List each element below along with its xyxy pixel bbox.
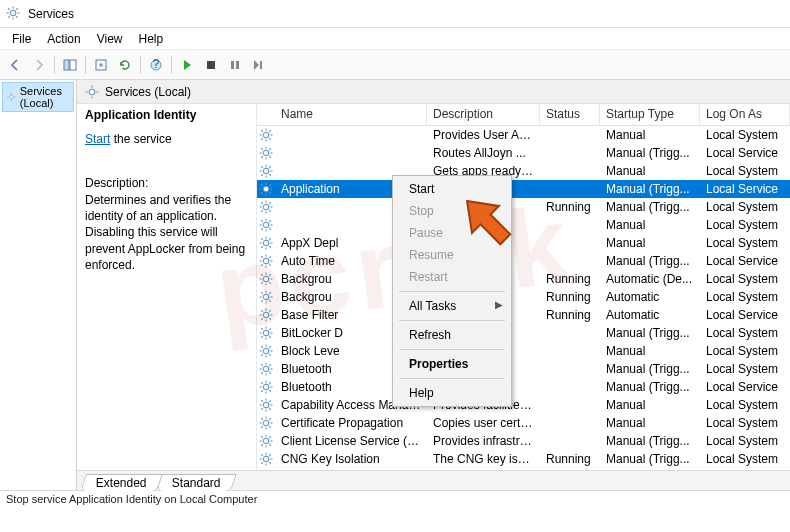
cell-status [540,242,600,244]
stop-service-button[interactable] [200,54,222,76]
svg-line-159 [261,382,263,384]
menu-help[interactable]: Help [131,30,172,48]
context-item-all-tasks[interactable]: All Tasks▶ [395,295,509,317]
svg-line-5 [8,8,10,10]
svg-line-160 [269,390,271,392]
table-row[interactable]: Backgrours files in t...RunningAutomatic… [257,270,790,288]
table-row[interactable]: AppX Deplinfrastru...ManualLocal System [257,234,790,252]
services-icon [7,90,16,104]
nav-services-local[interactable]: Services (Local) [2,82,74,112]
table-row[interactable]: Backgrouws infrastr...RunningAutomaticLo… [257,288,790,306]
service-icon [257,380,275,394]
svg-point-18 [10,95,14,99]
refresh-button[interactable] [114,54,136,76]
cell-name: CNG Key Isolation [275,451,427,467]
svg-line-90 [261,246,263,248]
table-row[interactable]: Routes AllJoyn ...Manual (Trigg...Local … [257,144,790,162]
svg-line-144 [261,354,263,356]
svg-line-188 [269,436,271,438]
table-row[interactable]: CNG Key IsolationThe CNG key isol...Runn… [257,450,790,468]
svg-point-163 [263,402,269,408]
help-button[interactable]: ? [145,54,167,76]
svg-line-135 [261,336,263,338]
svg-point-82 [263,240,269,246]
forward-button[interactable] [28,54,50,76]
table-row[interactable]: tes the ru...RunningManual (Trigg...Loca… [257,198,790,216]
table-row[interactable]: Provides User Acc...ManualLocal System [257,126,790,144]
svg-line-170 [269,400,271,402]
menu-file[interactable]: File [4,30,39,48]
svg-point-118 [263,312,269,318]
svg-line-196 [269,462,271,464]
cell-logon: Local System [700,415,790,431]
cell-status: Running [540,451,600,467]
col-logon[interactable]: Log On As [700,104,790,125]
cell-startup: Manual (Trigg... [600,451,700,467]
back-button[interactable] [4,54,26,76]
col-startup[interactable]: Startup Type [600,104,700,125]
svg-line-33 [261,130,263,132]
svg-line-107 [269,274,271,276]
menu-view[interactable]: View [89,30,131,48]
show-hide-tree-button[interactable] [59,54,81,76]
table-row[interactable]: Capability Access Manager S...Provides f… [257,396,790,414]
cell-status [540,386,600,388]
table-row[interactable]: Certificate PropagationCopies user certi… [257,414,790,432]
svg-line-178 [269,426,271,428]
table-row[interactable]: Gets apps ready f...ManualLocal System [257,162,790,180]
table-row[interactable]: Client License Service (ClipSV...Provide… [257,432,790,450]
table-row[interactable]: Bluetooths wireless ...Manual (Trigg...L… [257,360,790,378]
table-row[interactable]: Base Filterse Filterin...RunningAutomati… [257,306,790,324]
cell-status [540,224,600,226]
export-button[interactable] [90,54,112,76]
cell-startup: Manual [600,397,700,413]
cell-startup: Automatic [600,289,700,305]
service-icon [257,128,275,142]
cell-status [540,350,600,352]
menu-action[interactable]: Action [39,30,88,48]
pause-service-button[interactable] [224,54,246,76]
toolbar-separator [171,56,172,74]
context-item-help[interactable]: Help [395,382,509,404]
svg-line-177 [261,418,263,420]
cell-logon: Local System [700,451,790,467]
col-name[interactable]: Name [257,104,427,125]
cell-startup: Manual [600,127,700,143]
tab-standard[interactable]: Standard [156,474,236,491]
services-icon [6,6,22,22]
window-title: Services [28,7,74,21]
table-row[interactable]: es support ...ManualLocal System [257,216,790,234]
service-icon [257,290,275,304]
svg-line-189 [261,444,263,446]
table-row[interactable]: Bluetoothuetooth se...Manual (Trigg...Lo… [257,378,790,396]
service-icon [257,218,275,232]
cell-startup: Manual [600,343,700,359]
svg-line-8 [8,16,10,18]
table-row[interactable]: BitLocker DC hosts th...Manual (Trigg...… [257,324,790,342]
cell-description: Routes AllJoyn ... [427,145,540,161]
cell-description: Provides User Acc... [427,127,540,143]
restart-service-button[interactable] [248,54,270,76]
svg-point-91 [263,258,269,264]
start-service-button[interactable] [176,54,198,76]
col-status[interactable]: Status [540,104,600,125]
tab-extended[interactable]: Extended [80,474,162,491]
cell-startup: Manual [600,163,700,179]
context-item-start[interactable]: Start [395,178,509,200]
start-link[interactable]: Start [85,132,110,146]
svg-line-151 [269,372,271,374]
svg-line-134 [269,328,271,330]
context-item-refresh[interactable]: Refresh [395,324,509,346]
cell-name: Certificate Propagation [275,415,427,431]
svg-line-171 [261,408,263,410]
svg-line-169 [269,408,271,410]
svg-rect-17 [260,61,262,69]
table-row[interactable]: Block LeveENGINE s...ManualLocal System [257,342,790,360]
context-item-properties[interactable]: Properties [395,353,509,375]
cell-status [540,440,600,442]
cell-logon: Local System [700,433,790,449]
cell-description: Provides infrastru... [427,433,540,449]
col-description[interactable]: Description [427,104,540,125]
table-row[interactable]: Auto Timelly set...Manual (Trigg...Local… [257,252,790,270]
table-row[interactable]: Applicationnines and v...Manual (Trigg..… [257,180,790,198]
